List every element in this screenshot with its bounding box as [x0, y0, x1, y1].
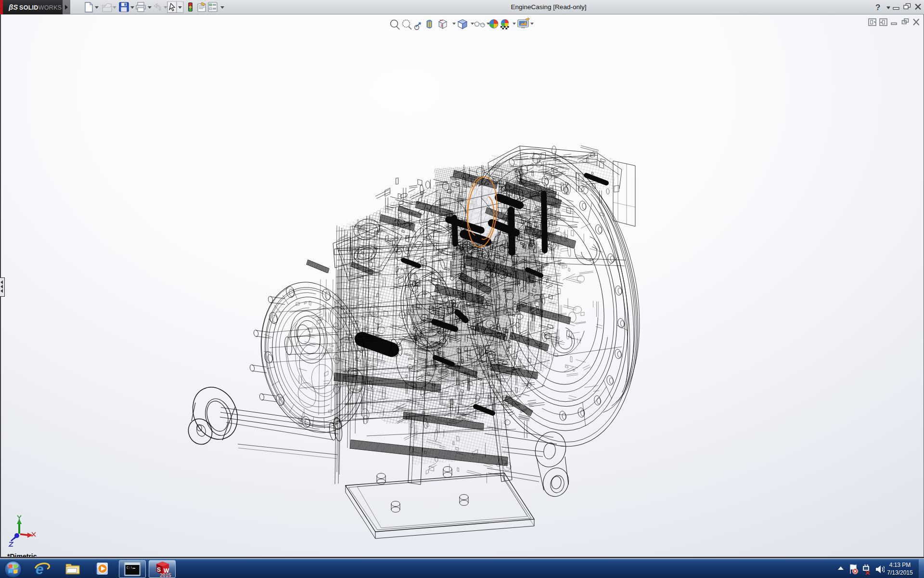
svg-text:?: ? — [875, 3, 880, 12]
svg-text:2015: 2015 — [160, 572, 171, 578]
svg-text:C:\: C:\ — [127, 566, 133, 570]
